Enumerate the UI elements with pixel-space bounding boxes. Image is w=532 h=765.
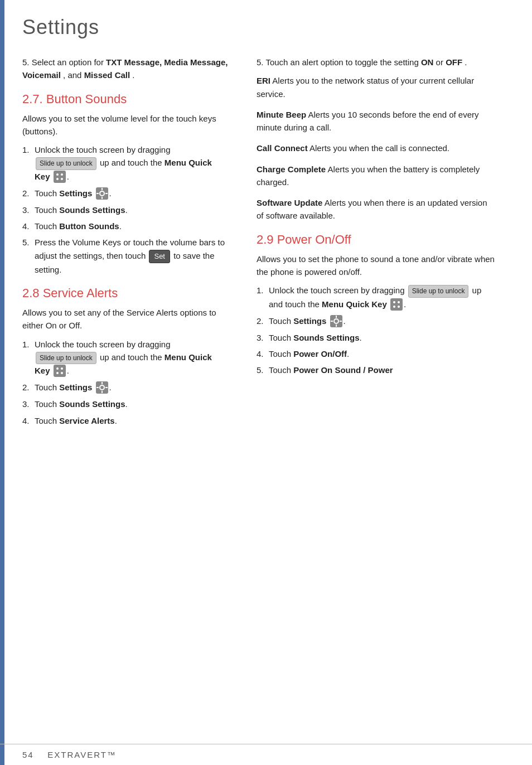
sounds-settings-bold: Sounds Settings: [59, 399, 125, 409]
svg-rect-0: [54, 171, 66, 183]
step-content: Touch Sounds Settings.: [35, 398, 229, 410]
svg-point-4: [61, 178, 63, 180]
svg-point-25: [393, 306, 395, 308]
svg-rect-30: [336, 325, 337, 327]
alert-call-connect: Call Connect Alerts you when the call is…: [257, 142, 496, 154]
footer-page-num: 54: [22, 750, 34, 759]
step-num: 4.: [257, 347, 269, 360]
settings-bold: Settings: [293, 316, 326, 326]
step-num: 2.: [257, 314, 269, 327]
step-num: 4.: [22, 220, 35, 233]
step-content: Touch Service Alerts.: [35, 414, 229, 427]
section-27: 2.7. Button Sounds Allows you to set the…: [22, 92, 229, 277]
svg-rect-29: [336, 316, 337, 318]
slide-up-badge: Slide up to unlock: [408, 285, 469, 298]
intro-step-right: 5. Touch an alert option to toggle the s…: [257, 56, 496, 69]
button-sounds-bold: Button Sounds: [59, 221, 119, 231]
step-num: 1.: [22, 338, 35, 351]
step-content: Press the Volume Keys or touch the volum…: [35, 236, 229, 276]
svg-rect-9: [96, 193, 99, 194]
page-footer: 54 Extravert™: [0, 744, 532, 765]
list-item: 5. Press the Volume Keys or touch the vo…: [22, 236, 229, 276]
svg-rect-21: [105, 387, 108, 388]
section-28-description: Allows you to set any of the Service Ale…: [22, 306, 229, 332]
step-num: 2.: [22, 381, 35, 394]
settings-bold: Settings: [59, 188, 92, 198]
step-num: 3.: [22, 204, 35, 216]
list-item: 1. Unlock the touch screen by dragging S…: [22, 143, 229, 183]
list-item: 3. Touch Sounds Settings.: [22, 398, 229, 410]
svg-rect-10: [105, 193, 108, 194]
svg-rect-11: [54, 365, 66, 377]
svg-rect-19: [101, 391, 103, 393]
step-num: 5.: [257, 364, 269, 376]
on-bold: ON: [421, 57, 434, 67]
svg-point-26: [398, 306, 400, 308]
step-num: 3.: [22, 398, 35, 410]
list-item: 4. Touch Service Alerts.: [22, 414, 229, 427]
menu-quick-key-bold: Menu Quick Key: [322, 299, 387, 309]
svg-rect-7: [101, 188, 103, 190]
eri-def: Alerts you to the network status of your…: [257, 76, 474, 98]
step-num: 2.: [22, 187, 35, 200]
set-badge: Set: [149, 250, 170, 263]
service-alerts-bold: Service Alerts: [59, 416, 115, 425]
list-item: 1. Unlock the touch screen by dragging S…: [257, 284, 496, 311]
power-onoff-bold: Power On/Off: [293, 349, 347, 359]
missed-call-bold: Missed Call: [84, 70, 130, 80]
section-27-steps: 1. Unlock the touch screen by dragging S…: [22, 143, 229, 276]
list-item: 3. Touch Sounds Settings.: [22, 204, 229, 216]
svg-point-12: [56, 367, 59, 370]
list-item: 2. Touch Settings .: [22, 187, 229, 200]
sounds-settings-bold: Sounds Settings: [293, 333, 359, 342]
alert-minute-beep: Minute Beep Alerts you 10 seconds before…: [257, 108, 496, 134]
step-content: Unlock the touch screen by dragging Slid…: [35, 338, 229, 378]
menu-quick-key-icon: [390, 298, 403, 311]
list-item: 5. Touch Power On Sound / Power: [257, 364, 496, 376]
charge-complete-term: Charge Complete: [257, 164, 326, 174]
step-content: Unlock the touch screen by dragging Slid…: [269, 284, 496, 311]
step-content: Touch Power On/Off.: [269, 347, 496, 360]
section-27-heading: 2.7. Button Sounds: [22, 92, 229, 106]
list-item: 2. Touch Settings .: [257, 314, 496, 328]
svg-point-3: [56, 178, 59, 180]
minute-beep-term: Minute Beep: [257, 110, 306, 119]
slide-up-badge: Slide up to unlock: [36, 157, 96, 170]
section-29: 2.9 Power On/Off Allows you to set the p…: [257, 233, 496, 377]
svg-point-24: [398, 301, 400, 303]
page-header: Settings: [0, 0, 532, 50]
page-title: Settings: [22, 16, 99, 38]
footer-brand: Extravert™: [47, 750, 117, 759]
step-content: Touch Settings .: [35, 187, 229, 200]
settings-icon: [96, 187, 108, 200]
page: Settings 5. Select an option for TXT Mes…: [0, 0, 532, 765]
step-content: Touch Settings .: [269, 314, 496, 328]
sounds-settings-bold: Sounds Settings: [59, 205, 125, 215]
list-item: 1. Unlock the touch screen by dragging S…: [22, 338, 229, 378]
section-28: 2.8 Service Alerts Allows you to set any…: [22, 286, 229, 427]
section-28-heading: 2.8 Service Alerts: [22, 286, 229, 301]
alert-charge-complete: Charge Complete Alerts you when the batt…: [257, 163, 496, 189]
step-num: 3.: [257, 331, 269, 344]
svg-point-23: [393, 301, 395, 303]
svg-point-14: [56, 372, 59, 374]
alert-software-update: Software Update Alerts you when there is…: [257, 196, 496, 222]
content-area: 5. Select an option for TXT Message, Med…: [0, 50, 532, 433]
step-num-intro-right: 5.: [257, 57, 265, 67]
svg-point-1: [56, 173, 59, 176]
list-item: 4. Touch Button Sounds.: [22, 220, 229, 233]
call-connect-term: Call Connect: [257, 143, 308, 153]
off-bold: OFF: [446, 57, 462, 67]
step-content: Touch Sounds Settings.: [269, 331, 496, 344]
list-item: 2. Touch Settings .: [22, 381, 229, 394]
svg-point-2: [61, 173, 63, 176]
step-num: 1.: [22, 143, 35, 156]
slide-up-badge: Slide up to unlock: [36, 352, 96, 365]
power-on-sound-bold: Power On Sound / Power: [293, 365, 393, 375]
svg-rect-8: [101, 197, 103, 199]
svg-rect-20: [96, 387, 99, 388]
section-29-heading: 2.9 Power On/Off: [257, 233, 496, 247]
software-update-term: Software Update: [257, 198, 322, 207]
step-content: Unlock the touch screen by dragging Slid…: [35, 143, 229, 183]
settings-icon: [330, 315, 342, 327]
